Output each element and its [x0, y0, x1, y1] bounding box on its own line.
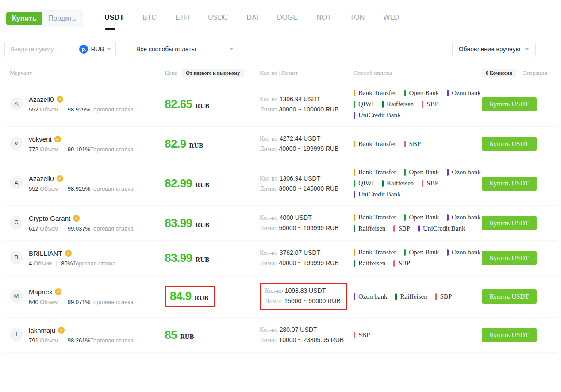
verified-icon: ✓ [57, 175, 63, 182]
payment-method: SBP [435, 293, 452, 300]
payment-name: SBP [440, 293, 452, 300]
tab-btc[interactable]: BTC [142, 14, 157, 23]
buy-toggle-button[interactable]: Купить [6, 12, 42, 25]
merchant-name[interactable]: Mapnex [29, 288, 52, 296]
payment-method: Ozon bank [447, 214, 480, 221]
tab-usdc[interactable]: USDC [208, 14, 228, 23]
volume-stat: 552 Объем [29, 185, 58, 192]
volume-value: 552 [29, 106, 40, 113]
tab-ton[interactable]: TON [350, 14, 365, 23]
payment-method: SBP [354, 331, 370, 339]
limit-label: Лимит [260, 146, 277, 152]
chevron-down-icon [229, 48, 234, 50]
payment-method: Raiffeisen [382, 180, 414, 187]
header-merchant: Мерчант [10, 69, 165, 77]
commission-badge: 0 Комиссия [482, 69, 516, 77]
payment-color-bar [435, 293, 437, 300]
stat-divider [63, 299, 63, 305]
sell-toggle-button[interactable]: Продать [42, 12, 82, 25]
payment-color-bar [404, 214, 406, 221]
limit-value: 40000 ~ 199999 RUB [279, 259, 338, 266]
buy-usdt-button[interactable]: Купить USDT [482, 251, 537, 265]
payment-name: Open Bank [409, 89, 439, 97]
limit-line: Лимит40000 ~ 199999 RUB [260, 258, 339, 268]
sort-order-badge[interactable]: От низкого к высокому [182, 69, 244, 77]
payment-color-bar [354, 332, 355, 338]
limit-label: Лимит [260, 225, 277, 231]
merchant-name-line: vokvent✓ [29, 135, 133, 143]
price-value-wrap: 82.99RUB [165, 177, 209, 190]
qty-value: 1306.94 USDT [280, 175, 321, 182]
qty-label: Кол-во [260, 135, 278, 142]
payment-method: Ozon bank [354, 293, 387, 300]
rate-stat: 99.101%Торговая ставка [68, 146, 134, 153]
qty-limit-block: Кол-во1306.94 USDTЛимит30000 ~ 145000 RU… [260, 173, 339, 194]
rate-value: 98.925% [68, 185, 90, 192]
merchant-name[interactable]: vokvent [29, 135, 52, 143]
buy-usdt-button[interactable]: Купить USDT [482, 216, 537, 230]
merchant-name[interactable]: Azazell0 [29, 96, 54, 103]
stat-divider [63, 338, 63, 343]
verified-icon: ✓ [58, 327, 65, 334]
buy-usdt-button[interactable]: Купить USDT [482, 328, 537, 342]
volume-value: 791 [29, 337, 40, 344]
volume-value: 4 [29, 260, 34, 267]
payment-name: SBP [409, 140, 421, 148]
merchant-cell: AAzazell0✓552 Объем98.925%Торговая ставк… [10, 175, 165, 192]
payment-name: SBP [358, 331, 370, 339]
tab-not[interactable]: NOT [316, 14, 331, 23]
top-bar: Купить Продать USDTBTCETHUSDCDAIDOGENOTT… [0, 0, 561, 30]
rate-value: 99.101% [68, 146, 90, 153]
tab-wld[interactable]: WLD [383, 14, 399, 23]
merchant-stats: 791 Объем98.261%Торговая ставка [29, 337, 133, 344]
qty-limit-block: Кол-во4272.44 USDTЛимит40000 ~ 199999 RU… [260, 134, 339, 154]
payment-method: Open Bank [404, 249, 439, 256]
qty-value: 280.07 USDT [280, 326, 317, 333]
buy-usdt-button[interactable]: Купить USDT [482, 289, 537, 304]
price-cell: 85RUB [165, 328, 260, 342]
payment-name: Bank Transfer [358, 249, 396, 256]
payment-name: Bank Transfer [358, 89, 396, 97]
refresh-mode-select[interactable]: Обновление вручную [452, 41, 536, 57]
volume-label: Объем [40, 337, 58, 344]
qty-label: Кол-во [260, 327, 278, 333]
merchant-name[interactable]: lakhmaju [29, 327, 55, 334]
qty-limit-cell: Кол-во4000 USDTЛимит50000 ~ 199999 RUB [260, 213, 354, 233]
payment-color-bar [418, 225, 420, 232]
chevron-down-icon [525, 48, 529, 50]
amount-input-box: р. RUB [4, 41, 116, 57]
payment-color-bar [382, 180, 384, 187]
limit-line: Лимит30000 ~ 100000 RUB [260, 104, 339, 115]
buy-usdt-button[interactable]: Купить USDT [482, 137, 537, 151]
payment-color-bar [354, 225, 355, 232]
qty-line: Кол-во4000 USDT [260, 213, 339, 223]
qty-limit-block: Кол-во3762.07 USDTЛимит40000 ~ 199999 RU… [260, 248, 339, 268]
tab-eth[interactable]: ETH [175, 14, 189, 23]
payment-color-bar [422, 101, 423, 108]
price-value-wrap: 83.99RUB [165, 251, 209, 265]
payment-method: Open Bank [404, 89, 439, 97]
price-value: 82.99 [165, 177, 192, 190]
rate-label: Торговая ставка [90, 225, 133, 232]
limit-value: 40000 ~ 199999 RUB [279, 145, 338, 152]
buy-usdt-button[interactable]: Купить USDT [482, 177, 537, 191]
merchant-name[interactable]: Crypto Garant [29, 215, 70, 222]
payment-name: QIWI [358, 180, 374, 187]
rate-value: 80% [61, 260, 73, 267]
amount-input[interactable] [10, 46, 79, 53]
currency-select[interactable]: р. RUB [79, 45, 111, 54]
buy-usdt-button[interactable]: Купить USDT [482, 97, 537, 111]
tab-doge[interactable]: DOGE [277, 14, 298, 23]
payment-method: UniCredit Bank [354, 191, 400, 198]
merchant-name[interactable]: Azazell0 [29, 175, 54, 182]
currency-code: RUB [91, 46, 104, 53]
qty-value: 3762.07 USDT [280, 249, 321, 256]
rate-label: Торговая ставка [73, 260, 115, 267]
tab-usdt[interactable]: USDT [104, 14, 124, 23]
payment-method-select[interactable]: Все способы оплаты [130, 41, 240, 57]
merchant-name[interactable]: BRILLIANT [29, 250, 62, 257]
tab-dai[interactable]: DAI [246, 14, 258, 23]
price-value: 82.65 [165, 97, 192, 111]
qty-label: Кол-во [260, 175, 278, 182]
price-value-wrap: 82.65RUB [165, 97, 209, 111]
